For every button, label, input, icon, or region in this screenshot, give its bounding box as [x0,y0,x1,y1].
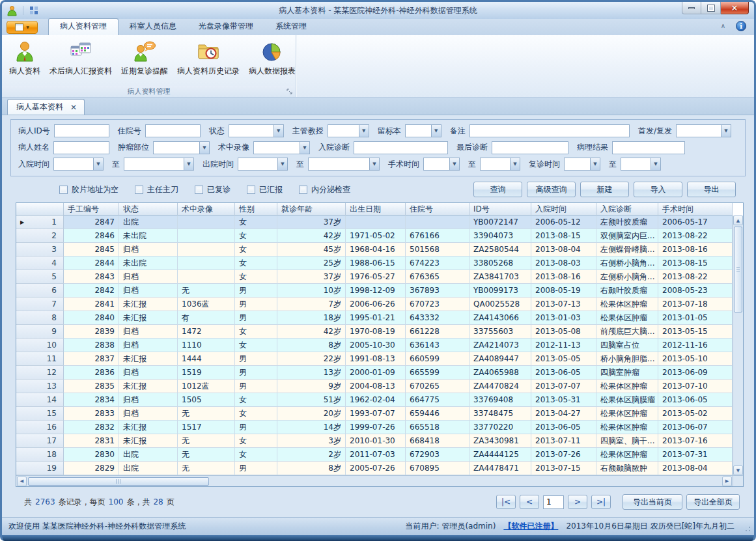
ribbon-button-data-report[interactable]: 病人数据报表 [244,39,300,78]
ribbon-tab-disc-tape-management[interactable]: 光盘录像带管理 [188,18,264,35]
table-row-17[interactable]: 172831未汇报无女3岁2010-01-30668418ZA343098120… [16,434,743,448]
collapse-ribbon-icon[interactable]: ∧ [721,23,725,29]
filter-combo-surgery-time-from[interactable]: ▼ [423,158,460,171]
dropdown-arrow-icon[interactable]: ▼ [721,125,731,137]
filter-combo-admit-time-to[interactable]: ▼ [124,158,194,171]
table-row-13[interactable]: 132835未汇报1012蓝男9岁2004-08-13670265ZA44708… [16,380,743,393]
column-header-status[interactable]: 状态 [119,203,178,215]
row-indicator-cell[interactable]: 17 [16,434,64,448]
table-row-3[interactable]: 32845归档女45岁1968-04-16501568ZA25805442013… [16,243,743,257]
ribbon-button-followup-reminder[interactable]: 近期复诊提醒 [117,39,173,78]
status-registered-link[interactable]: 【软件已注册】 [503,521,558,532]
dropdown-arrow-icon[interactable]: ▼ [359,125,369,137]
column-header-inpatient-no[interactable]: 住院号 [406,203,469,215]
dropdown-arrow-icon[interactable]: ▼ [590,158,600,170]
vertical-scroll-thumb[interactable] [734,227,742,312]
row-indicator-cell[interactable]: 14 [16,393,64,407]
dropdown-arrow-icon[interactable]: ▼ [431,125,441,137]
scroll-right-icon[interactable]: ▶ [722,477,732,486]
horizontal-scroll-thumb[interactable] [28,477,209,486]
ribbon-tab-department-staff[interactable]: 科室人员信息 [119,18,188,35]
filter-combo-first-recurrence[interactable]: ▼ [676,124,731,137]
dropdown-arrow-icon[interactable]: ▼ [510,158,520,170]
dropdown-arrow-icon[interactable]: ▼ [199,142,209,154]
query-button[interactable]: 查询 [473,182,522,197]
table-row-4[interactable]: 42844未出院女25岁1988-06-15674223338052682013… [16,257,743,270]
export-button[interactable]: 导出 [687,182,736,197]
export-all-pages-button[interactable]: 导出全部页 [686,494,740,510]
last-page-button[interactable]: >| [591,495,611,509]
grid-corner-cell[interactable] [16,203,64,215]
table-row-8[interactable]: 82840未汇报有男18岁1995-01-21643332ZA414306620… [16,311,743,325]
row-indicator-cell[interactable]: 2 [16,229,64,243]
column-header-manual-no[interactable]: 手工编号 [64,203,119,215]
column-header-admit-date[interactable]: 入院时间 [531,203,596,215]
row-indicator-cell[interactable]: 8 [16,311,64,325]
horizontal-scrollbar[interactable]: ◀ ▶ [16,475,733,486]
filter-combo-specimen[interactable]: ▼ [405,124,441,137]
dropdown-arrow-icon[interactable]: ▼ [273,125,283,137]
application-menu-button[interactable]: ▼ [7,21,38,34]
dialog-launcher-icon[interactable] [287,89,293,95]
filter-combo-surgery-video[interactable]: ▼ [253,141,310,154]
ribbon-button-postop-report[interactable]: 术后病人汇报资料 [45,39,117,78]
column-header-admit-diagnosis[interactable]: 入院诊断 [596,203,658,215]
scroll-left-icon[interactable]: ◀ [17,477,27,486]
filter-input-patient-id[interactable] [54,124,109,137]
dropdown-arrow-icon[interactable]: ▼ [300,142,309,154]
row-indicator-cell[interactable]: 18 [16,448,64,462]
table-row-10[interactable]: 102838归档1110女8岁2005-10-30636143ZA4214073… [16,339,743,352]
info-icon[interactable]: i [736,21,746,31]
scroll-up-icon[interactable]: ▲ [733,215,743,225]
row-indicator-cell[interactable]: 9 [16,325,64,339]
row-indicator-cell[interactable]: 12 [16,366,64,380]
column-header-gender[interactable]: 性别 [235,203,277,215]
table-row-15[interactable]: 152833归档无女20岁1993-07-0765944633748475201… [16,407,743,421]
checkbox-endocrine-exam[interactable]: 内分泌检查 [299,184,350,195]
scroll-down-icon[interactable]: ▼ [733,465,743,475]
import-button[interactable]: 导入 [634,182,682,197]
filter-input-final-diagnosis[interactable] [492,141,568,154]
table-row-18[interactable]: 182830出院无女2岁2011-07-03672903ZA4444125201… [16,448,743,462]
filter-input-pathology-result[interactable] [612,141,685,154]
vertical-scrollbar[interactable]: ▲ ▼ [733,215,743,475]
filter-input-patient-name[interactable] [53,141,109,154]
table-row-11[interactable]: 112837未汇报1444男22岁1991-08-13660599ZA40894… [16,352,743,366]
table-row-12[interactable]: 122836归档1519男13岁2000-01-09665599ZA406598… [16,366,743,380]
table-row-9[interactable]: 92839归档1472女42岁1970-08-19661228337556032… [16,325,743,339]
filter-combo-admit-time-from[interactable]: ▼ [53,158,104,171]
next-page-button[interactable]: > [568,495,587,509]
filter-input-admit-diagnosis[interactable] [354,141,448,154]
checkbox-followed-up[interactable]: 已复诊 [195,184,231,195]
filter-combo-followup-time-from[interactable]: ▼ [564,158,600,171]
checkbox-film-address-empty[interactable]: 胶片地址为空 [59,184,119,195]
dropdown-arrow-icon[interactable]: ▼ [277,158,287,170]
table-row-14[interactable]: 142834归档1505女51岁1962-02-0466477533769408… [16,393,743,407]
first-page-button[interactable]: |< [496,495,516,509]
column-header-surgery-video[interactable]: 术中录像 [178,203,235,215]
dropdown-arrow-icon[interactable]: ▼ [184,158,193,170]
row-indicator-cell[interactable]: 11 [16,352,64,366]
dropdown-arrow-icon[interactable]: ▼ [93,158,103,170]
row-indicator-cell[interactable]: 10 [16,339,64,352]
row-indicator-cell[interactable]: 19 [16,462,64,475]
dropdown-arrow-icon[interactable]: ▼ [449,158,459,170]
checkbox-box[interactable] [135,186,143,194]
table-row-6[interactable]: 62842归档无男10岁1998-12-09367893YB0099173200… [16,284,743,298]
checkbox-reported[interactable]: 已汇报 [247,184,283,195]
row-indicator-cell[interactable]: 3 [16,243,64,257]
ribbon-tab-patient-management[interactable]: 病人资料管理 [48,18,119,35]
row-indicator-cell[interactable]: ▶1 [16,215,64,229]
column-header-birth-date[interactable]: 出生日期 [346,203,406,215]
filter-combo-surgery-time-to[interactable]: ▼ [480,158,520,171]
column-header-age[interactable]: 就诊年龄 [277,203,346,215]
dropdown-arrow-icon[interactable]: ▼ [651,158,660,170]
resize-grip[interactable] [744,525,751,532]
maximize-button[interactable] [701,2,721,14]
page-number-input[interactable] [543,495,564,509]
checkbox-box[interactable] [247,186,255,194]
export-current-page-button[interactable]: 导出当前页 [623,494,682,510]
filter-combo-followup-time-to[interactable]: ▼ [621,158,661,171]
dropdown-arrow-icon[interactable]: ▼ [369,158,379,170]
ribbon-button-patient-info[interactable]: 病人资料 [5,39,45,78]
